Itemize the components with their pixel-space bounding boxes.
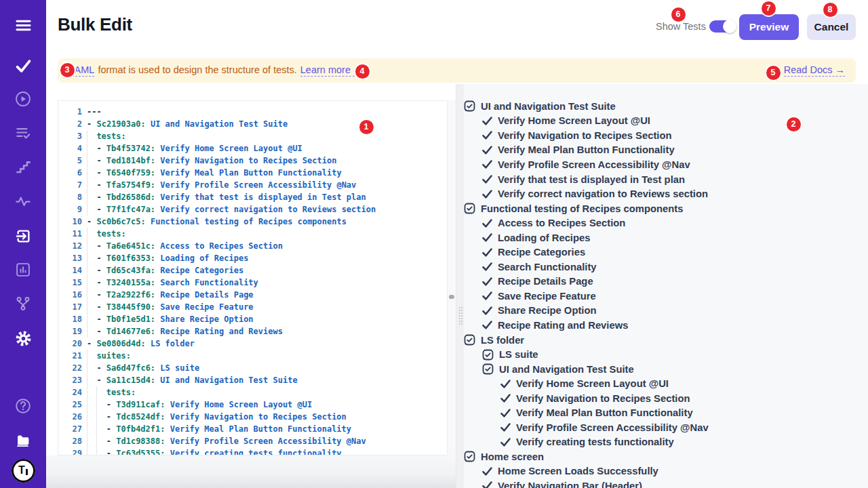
code-line: 1--- — [58, 106, 447, 118]
tree-test-row: Home Screen Loads Successfully — [464, 464, 865, 479]
annotation-badge-3: 3 — [60, 63, 75, 77]
code-line: 3tests: — [58, 130, 447, 142]
line-number: 21 — [58, 350, 87, 362]
test-check-icon — [482, 481, 492, 488]
code-line: 7- Tfa5754f9: Verify Profile Screen Acce… — [58, 179, 447, 191]
yaml-editor[interactable]: 1---2- Sc21903a0: UI and Navigation Test… — [58, 100, 447, 455]
tree-item-label: Recipe Details Page — [498, 276, 593, 287]
hamburger-menu-icon[interactable] — [0, 15, 46, 35]
annotation-badge-1: 1 — [359, 120, 374, 134]
line-number: 1 — [58, 106, 87, 118]
test-check-icon — [482, 131, 492, 140]
code-line: 12- Ta6e6451c: Access to Recipes Section — [58, 240, 447, 252]
annotation-badge-6: 6 — [671, 7, 686, 22]
line-number: 19 — [58, 325, 87, 338]
code-line: 24tests: — [58, 386, 447, 399]
annotation-badge-8: 8 — [823, 3, 837, 17]
check-icon[interactable] — [0, 56, 46, 76]
cancel-button[interactable]: Cancel — [807, 14, 856, 40]
panel-splitter[interactable] — [456, 84, 464, 488]
import-box-icon[interactable] — [0, 226, 46, 246]
tree-test-row: Verify Meal Plan Button Functionality — [464, 143, 865, 158]
tree-test-row: Verify Home Screen Layout @UI — [464, 376, 865, 391]
line-number: 5 — [58, 155, 87, 167]
line-number: 11 — [58, 228, 87, 240]
test-check-icon — [482, 219, 492, 228]
tree-test-row: Loading of Recipes — [464, 230, 865, 245]
activity-icon[interactable] — [0, 191, 46, 211]
tree-test-row: Verify Home Screen Layout @UI — [464, 114, 865, 129]
tree-suite-row: UI and Navigation Test Suite — [464, 99, 865, 114]
tree-item-label: Verify Profile Screen Accessibility @Nav — [516, 422, 709, 433]
tree-test-row: Verify creating tests functionality — [464, 435, 865, 450]
folder-icon[interactable] — [0, 429, 46, 449]
line-number: 27 — [58, 423, 87, 435]
tree-test-row: Verify correct navigation to Reviews sec… — [464, 186, 865, 201]
code-line: 20- Se0806d4d: LS folder — [58, 338, 447, 350]
line-number: 7 — [58, 179, 87, 191]
tree-item-label: Verify Meal Plan Button Functionality — [498, 144, 675, 155]
code-line: 23- Sa11c15d4: UI and Navigation Test Su… — [58, 374, 447, 386]
test-check-icon — [482, 467, 492, 476]
show-tests-toggle[interactable] — [709, 20, 736, 33]
steps-icon[interactable] — [0, 157, 46, 178]
tree-item-label: Recipe Categories — [498, 247, 585, 258]
sidebar: T — [0, 0, 46, 488]
scrollbar-thumb[interactable] — [449, 295, 454, 299]
tree-test-row: Verify Navigation to Recipes Section — [464, 391, 865, 406]
read-docs-link[interactable]: Read Docs → — [784, 64, 845, 77]
code-line: 26- Tdc8524df: Verify Navigation to Reci… — [58, 411, 447, 423]
bar-chart-icon[interactable] — [0, 260, 46, 280]
line-number: 3 — [58, 130, 87, 142]
test-check-icon — [500, 438, 511, 447]
learn-more-link[interactable]: Learn more ↓ — [300, 64, 358, 77]
tree-test-row: Verify Navigation Bar (Header) — [464, 479, 865, 488]
list-check-icon[interactable] — [0, 123, 46, 143]
gear-icon[interactable] — [0, 328, 46, 348]
test-check-icon — [482, 306, 492, 315]
page-title: Bulk Edit — [58, 14, 132, 35]
tree-test-row: Recipe Rating and Reviews — [464, 318, 865, 333]
line-number: 18 — [58, 313, 87, 325]
code-line: 9- T7f1fc47a: Verify correct navigation … — [58, 203, 447, 216]
code-line: 18- Tb0f1e5d1: Share Recipe Option — [58, 313, 447, 325]
test-check-icon — [482, 291, 492, 300]
tree-suite-row: LS suite — [464, 347, 865, 362]
code-line: 6- T6540f759: Verify Meal Plan Button Fu… — [58, 167, 447, 179]
line-number: 12 — [58, 240, 87, 252]
tree-test-row: Search Functionality — [464, 260, 865, 274]
banner-message: YAML format is used to design the struct… — [68, 64, 358, 77]
line-number: 17 — [58, 301, 87, 313]
code-line: 4- Tb4f53742: Verify Home Screen Layout … — [58, 142, 447, 155]
tree-suite-row: Functional testing of Recipes components — [464, 201, 865, 216]
tree-test-row: Recipe Categories — [464, 245, 865, 260]
editor-scrollbar[interactable] — [447, 100, 456, 455]
code-line: 29- Tc63d5355: Verify creating tests fun… — [58, 447, 447, 455]
tree-test-row: Save Recipe Feature — [464, 289, 865, 304]
line-number: 26 — [58, 411, 87, 423]
branch-icon[interactable] — [0, 293, 46, 314]
test-check-icon — [482, 262, 492, 271]
help-icon[interactable] — [0, 396, 46, 416]
preview-button[interactable]: Preview — [739, 14, 799, 40]
tree-test-row: Share Recipe Option — [464, 304, 865, 319]
show-tests-label: Show Tests — [656, 21, 706, 32]
annotation-badge-5: 5 — [766, 66, 781, 80]
banner-text: format is used to design the structure o… — [98, 64, 296, 75]
code-line: 16- T2a2922f6: Recipe Details Page — [58, 289, 447, 301]
test-check-icon — [482, 160, 492, 169]
tree-item-label: Home screen — [481, 451, 544, 462]
code-line: 27- T0fb4d2f1: Verify Meal Plan Button F… — [58, 423, 447, 435]
annotation-badge-4: 4 — [355, 64, 370, 79]
tree-item-label: UI and Navigation Test Suite — [499, 364, 634, 375]
suite-checkbox-icon — [482, 363, 494, 375]
code-line: 13- T601f6353: Loading of Recipes — [58, 252, 447, 264]
line-number: 20 — [58, 338, 87, 350]
play-circle-icon[interactable] — [0, 89, 46, 109]
code-line: 22- Sa6d47fc6: LS suite — [58, 362, 447, 374]
splitter-grip-icon — [458, 306, 464, 325]
tree-item-label: Verify Meal Plan Button Functionality — [516, 407, 693, 418]
test-check-icon — [500, 394, 511, 403]
logo-t[interactable]: T — [0, 460, 46, 481]
tree-item-label: LS suite — [499, 349, 538, 360]
